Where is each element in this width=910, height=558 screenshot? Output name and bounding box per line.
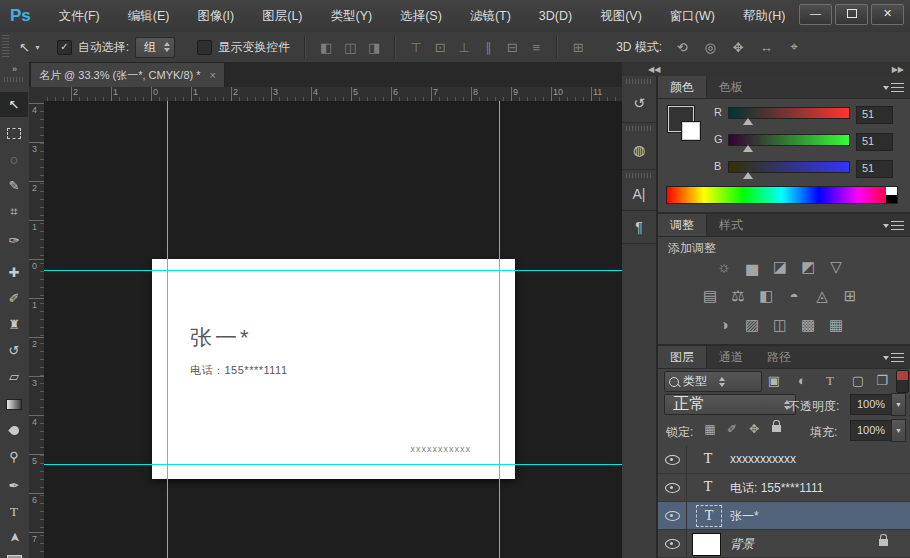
layer-row-background[interactable]: 背景 [658, 530, 910, 558]
lock-position-icon[interactable]: ✥ [744, 422, 764, 436]
blend-mode-dropdown[interactable]: 正常 [664, 394, 796, 415]
close-button[interactable]: ✕ [871, 4, 904, 25]
menu-file[interactable]: 文件(F) [45, 0, 114, 32]
distribute-spacing-icon[interactable]: ≡ [524, 40, 548, 55]
layer-name[interactable]: 电话: 155****1111 [730, 480, 823, 497]
3d-roll-icon[interactable]: ◎ [696, 40, 724, 55]
properties-panel-button[interactable]: ◍ [622, 131, 656, 170]
3d-scale-icon[interactable]: ⌖ [780, 39, 808, 55]
show-transform-checkbox[interactable] [197, 40, 212, 55]
character-panel-button[interactable]: A| [622, 178, 656, 211]
background-layer-thumbnail[interactable] [692, 533, 721, 556]
fill-dropdown-arrow[interactable]: ▼ [891, 419, 906, 442]
levels-icon[interactable]: ▅ [738, 258, 766, 276]
guide-horizontal-top[interactable] [44, 270, 622, 271]
layer-name[interactable]: 背景 [730, 536, 754, 553]
color-balance-icon[interactable]: ⚖ [724, 287, 752, 305]
vibrance-icon[interactable]: ▽ [822, 258, 850, 276]
document-tab[interactable]: 名片 @ 33.3% (张一*, CMYK/8) * × [30, 62, 225, 87]
menu-type[interactable]: 类型(Y) [317, 0, 387, 32]
horizontal-ruler[interactable]: 2 1 0 1 2 3 4 5 6 7 8 9 10 11 [44, 87, 622, 102]
tool-preset-arrow-icon[interactable]: ▼ [34, 44, 41, 51]
eyedropper-tool[interactable]: ✑ [0, 228, 28, 253]
distribute-horizontal-icon[interactable]: ∥ [476, 40, 500, 55]
lock-image-pixels-icon[interactable]: ✐ [722, 422, 742, 436]
channel-g-value[interactable]: 51 [856, 133, 893, 151]
tab-styles[interactable]: 样式 [707, 214, 755, 236]
business-card-canvas[interactable]: 张一* 电话：155****1111 xxxxxxxxxxx [152, 259, 515, 479]
collapse-panels-button[interactable]: ▶▶ [892, 65, 904, 74]
text-layer-thumbnail[interactable]: T [696, 449, 720, 469]
quick-selection-tool[interactable]: ✎ [0, 173, 28, 198]
black-white-icon[interactable]: ◧ [752, 287, 780, 305]
paragraph-panel-button[interactable]: ¶ [622, 211, 656, 244]
spectrum-white-swatch[interactable] [886, 187, 897, 195]
layer-row-phone[interactable]: T 电话: 155****1111 [658, 474, 910, 502]
guide-vertical-right[interactable] [499, 101, 500, 558]
align-right-edges-icon[interactable]: ◨ [362, 40, 386, 55]
tab-color[interactable]: 颜色 [658, 76, 707, 98]
visibility-eye-icon[interactable] [665, 455, 680, 465]
gradient-tool[interactable] [0, 392, 28, 417]
move-tool[interactable]: ↖ [0, 92, 28, 117]
background-color-swatch[interactable] [682, 122, 700, 140]
maximize-button[interactable] [835, 4, 868, 25]
auto-select-dropdown[interactable]: 组 [135, 37, 175, 58]
lock-transparent-pixels-icon[interactable]: ▦ [700, 422, 720, 436]
channel-mixer-icon[interactable]: ◬ [808, 287, 836, 305]
3d-pan-icon[interactable]: ✥ [724, 40, 752, 55]
auto-select-checkbox[interactable]: ✓ [57, 40, 72, 55]
menu-window[interactable]: 窗口(W) [656, 0, 729, 32]
rectangular-marquee-tool[interactable] [0, 121, 28, 146]
tab-close-icon[interactable]: × [210, 69, 216, 81]
opacity-value[interactable]: 100% [850, 394, 897, 415]
menu-help[interactable]: 帮助(H) [729, 0, 799, 32]
brush-tool[interactable]: ✐ [0, 286, 28, 311]
align-horizontal-centers-icon[interactable]: ◫ [338, 40, 362, 55]
blur-tool[interactable] [0, 418, 28, 443]
align-top-edges-icon[interactable]: ⊤ [404, 40, 428, 55]
photo-filter-icon[interactable]: ◓ [780, 287, 808, 305]
channel-b-value[interactable]: 51 [856, 160, 893, 178]
exposure-icon[interactable]: ◩ [794, 258, 822, 276]
tab-channels[interactable]: 通道 [707, 346, 755, 368]
type-tool[interactable]: T [0, 499, 28, 524]
layer-row-name-selected[interactable]: T 张一* [658, 502, 910, 530]
filter-adjustment-layers-icon[interactable]: ◐ [790, 373, 814, 388]
history-brush-tool[interactable]: ↺ [0, 338, 28, 363]
menu-view[interactable]: 视图(V) [586, 0, 656, 32]
visibility-eye-icon[interactable] [665, 511, 680, 521]
menu-filter[interactable]: 滤镜(T) [456, 0, 525, 32]
text-layer-thumbnail-selected[interactable]: T [696, 505, 722, 527]
pen-tool[interactable]: ✒ [0, 473, 28, 498]
history-panel-button[interactable]: ↺ [622, 84, 656, 123]
minimize-button[interactable]: — [799, 4, 832, 25]
hue-saturation-icon[interactable]: ▤ [696, 287, 724, 305]
menu-3d[interactable]: 3D(D) [525, 0, 586, 32]
eraser-tool[interactable]: ▱ [0, 364, 28, 389]
align-vertical-centers-icon[interactable]: ⊡ [428, 40, 452, 55]
menu-edit[interactable]: 编辑(E) [114, 0, 184, 32]
guide-horizontal-bottom[interactable] [44, 464, 622, 465]
layer-name[interactable]: 张一* [730, 508, 759, 525]
spot-healing-brush-tool[interactable]: ✚ [0, 260, 28, 285]
3d-rotate-icon[interactable]: ⟲ [668, 40, 696, 55]
menu-image[interactable]: 图像(I) [183, 0, 248, 32]
layer-filtering-toggle[interactable] [896, 370, 909, 393]
filter-shape-layers-icon[interactable]: ▢ [846, 373, 870, 388]
gradient-map-icon[interactable]: ▩ [794, 316, 822, 334]
channel-b-thumb[interactable] [743, 172, 753, 179]
guide-vertical-left[interactable] [167, 101, 168, 558]
dodge-tool[interactable]: ⚲ [0, 444, 28, 469]
invert-icon[interactable]: ◑ [710, 316, 738, 334]
text-layer-thumbnail[interactable]: T [696, 477, 720, 497]
color-spectrum-ramp[interactable] [666, 186, 898, 204]
auto-align-layers-icon[interactable]: ⊞ [566, 40, 590, 55]
panel-menu-icon[interactable] [891, 221, 904, 230]
panel-menu-icon[interactable] [891, 83, 904, 92]
distribute-vertical-icon[interactable]: ⊟ [500, 40, 524, 55]
tab-layers[interactable]: 图层 [658, 346, 707, 368]
threshold-icon[interactable]: ◫ [766, 316, 794, 334]
menu-select[interactable]: 选择(S) [386, 0, 456, 32]
layer-filter-dropdown[interactable]: 类型 [664, 371, 762, 392]
